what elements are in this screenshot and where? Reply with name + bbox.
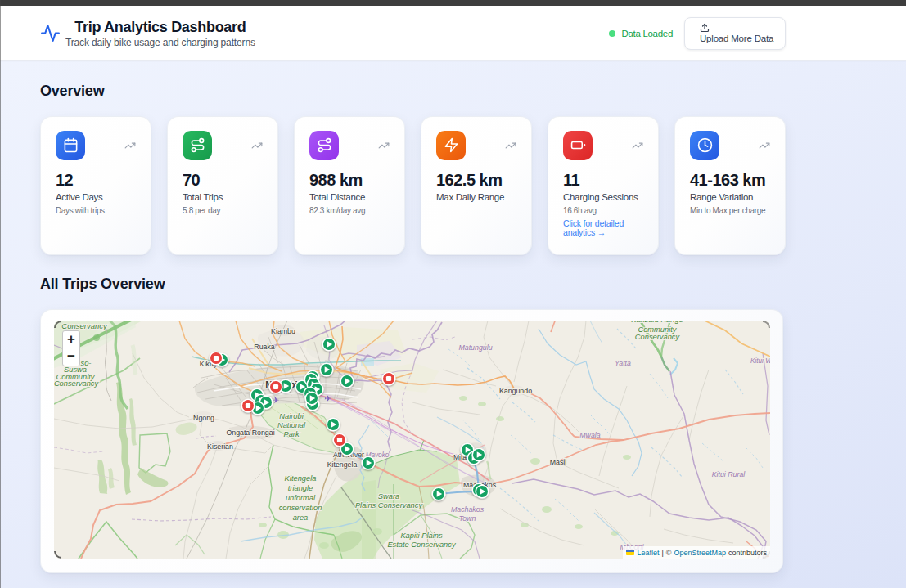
svg-text:Plains Conservancy: Plains Conservancy <box>355 501 424 509</box>
svg-text:Kanzalu Range: Kanzalu Range <box>631 321 683 324</box>
svg-text:triangle: triangle <box>288 484 313 492</box>
svg-text:Ongata Rongai: Ongata Rongai <box>226 429 274 437</box>
svg-text:Kitui We: Kitui We <box>750 357 770 365</box>
svg-text:Conservancy: Conservancy <box>54 379 99 388</box>
svg-text:Kitengela: Kitengela <box>327 460 358 469</box>
svg-text:Nairobi: Nairobi <box>279 412 304 420</box>
svg-text:Community: Community <box>638 325 677 333</box>
svg-text:Conservancy: Conservancy <box>635 333 681 341</box>
svg-text:Kitengela: Kitengela <box>285 474 317 483</box>
svg-text:National: National <box>277 421 306 429</box>
svg-text:unformal: unformal <box>286 494 316 502</box>
svg-text:Mwala: Mwala <box>579 431 601 439</box>
svg-text:Estate Conservancy: Estate Conservancy <box>387 541 457 549</box>
svg-text:✈: ✈ <box>324 393 331 403</box>
svg-text:Park: Park <box>283 430 300 438</box>
svg-text:Ngong: Ngong <box>193 414 214 422</box>
svg-text:Yatta: Yatta <box>615 359 631 367</box>
svg-text:Kangundo: Kangundo <box>499 387 532 395</box>
svg-text:Masii: Masii <box>550 458 567 466</box>
svg-text:conservation: conservation <box>279 504 322 512</box>
svg-text:Ruaka: Ruaka <box>254 343 275 351</box>
svg-text:Kiambu: Kiambu <box>271 327 295 335</box>
svg-text:Machakos: Machakos <box>451 505 485 514</box>
svg-text:Town: Town <box>459 514 476 523</box>
svg-text:Matungulu: Matungulu <box>458 343 492 352</box>
svg-text:Swara: Swara <box>378 492 399 500</box>
svg-text:Kitui Rural: Kitui Rural <box>712 470 746 478</box>
svg-text:Kiserian: Kiserian <box>207 442 233 451</box>
svg-text:area: area <box>293 514 309 522</box>
svg-text:Conservancy: Conservancy <box>61 321 108 330</box>
svg-text:Kapiti Plains: Kapiti Plains <box>400 532 443 540</box>
